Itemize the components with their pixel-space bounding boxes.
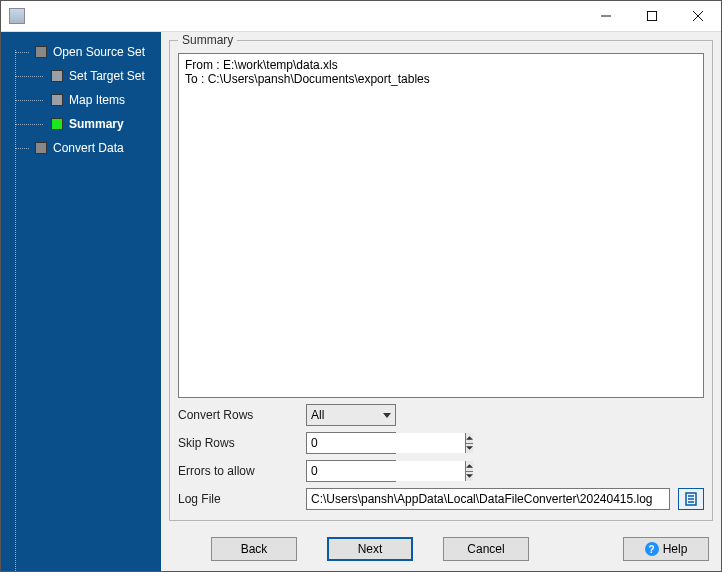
convert-rows-value: All: [311, 408, 324, 422]
errors-spinner[interactable]: [306, 460, 396, 482]
button-bar: Back Next Cancel ? Help: [169, 529, 713, 565]
spin-up-icon[interactable]: [466, 433, 473, 444]
main-panel: Summary From : E:\work\temp\data.xls To …: [161, 32, 721, 572]
summary-text-area[interactable]: From : E:\work\temp\data.xls To : C:\Use…: [178, 53, 704, 398]
groupbox-title: Summary: [178, 33, 237, 47]
spin-up-icon[interactable]: [466, 461, 473, 472]
options-form: Convert Rows All Skip Rows: [178, 398, 704, 512]
convert-rows-dropdown[interactable]: All: [306, 404, 396, 426]
help-icon: ?: [645, 542, 659, 556]
maximize-button[interactable]: [629, 1, 675, 31]
svg-marker-1: [466, 436, 473, 440]
log-file-input[interactable]: [306, 488, 670, 510]
step-set-target-set[interactable]: Set Target Set: [1, 64, 161, 88]
close-button[interactable]: [675, 1, 721, 31]
step-summary[interactable]: Summary: [1, 112, 161, 136]
errors-label: Errors to allow: [178, 464, 298, 478]
back-button[interactable]: Back: [211, 537, 297, 561]
convert-rows-label: Convert Rows: [178, 408, 298, 422]
step-box-icon: [51, 70, 63, 82]
skip-rows-label: Skip Rows: [178, 436, 298, 450]
step-label: Summary: [69, 117, 124, 131]
summary-groupbox: Summary From : E:\work\temp\data.xls To …: [169, 40, 713, 521]
document-icon: [684, 492, 698, 506]
spin-down-icon[interactable]: [466, 472, 473, 482]
row-log-file: Log File: [178, 488, 704, 510]
browse-log-button[interactable]: [678, 488, 704, 510]
step-label: Open Source Set: [53, 45, 145, 59]
svg-marker-3: [466, 464, 473, 468]
step-label: Map Items: [69, 93, 125, 107]
step-box-icon: [35, 46, 47, 58]
minimize-button[interactable]: [583, 1, 629, 31]
step-box-icon: [51, 94, 63, 106]
spin-down-icon[interactable]: [466, 444, 473, 454]
row-convert-rows: Convert Rows All: [178, 404, 704, 426]
step-convert-data[interactable]: Convert Data: [1, 136, 161, 160]
app-icon: [9, 8, 25, 24]
errors-input[interactable]: [307, 461, 465, 481]
skip-rows-spinner[interactable]: [306, 432, 396, 454]
next-button[interactable]: Next: [327, 537, 413, 561]
svg-rect-0: [648, 12, 657, 21]
chevron-down-icon: [383, 413, 391, 418]
row-errors-allow: Errors to allow: [178, 460, 704, 482]
wizard-sidebar: Open Source Set Set Target Set Map Items…: [1, 32, 161, 572]
step-label: Convert Data: [53, 141, 124, 155]
skip-rows-input[interactable]: [307, 433, 465, 453]
cancel-button[interactable]: Cancel: [443, 537, 529, 561]
title-bar: [1, 1, 721, 32]
svg-marker-2: [466, 447, 473, 451]
svg-marker-4: [466, 475, 473, 479]
step-box-icon: [51, 118, 63, 130]
step-map-items[interactable]: Map Items: [1, 88, 161, 112]
help-button[interactable]: ? Help: [623, 537, 709, 561]
step-open-source-set[interactable]: Open Source Set: [1, 40, 161, 64]
step-label: Set Target Set: [69, 69, 145, 83]
row-skip-rows: Skip Rows: [178, 432, 704, 454]
step-box-icon: [35, 142, 47, 154]
log-file-label: Log File: [178, 492, 298, 506]
